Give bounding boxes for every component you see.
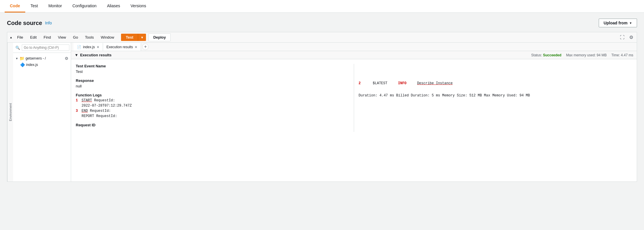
folder-icon: 📁 xyxy=(19,56,24,61)
tab-test[interactable]: Test xyxy=(25,0,43,12)
function-logs-field: Function Logs 1 START RequestId: 2022-07… xyxy=(76,93,349,118)
find-menu[interactable]: Find xyxy=(41,34,53,41)
log-num-1: 1 xyxy=(76,98,79,103)
status-label: Status: Succeeded xyxy=(531,53,561,57)
log-text-3: END RequestId: xyxy=(82,109,111,113)
deploy-button[interactable]: Deploy xyxy=(148,33,171,41)
editor-toolbar: ▲ File Edit Find View Go Tools Window Te… xyxy=(7,32,637,42)
file-icon: 🔷 xyxy=(20,62,25,67)
file-search-bar: 🔍 xyxy=(13,43,71,53)
tab-monitor[interactable]: Monitor xyxy=(43,0,67,12)
go-menu[interactable]: Go xyxy=(71,34,80,41)
tab-results-label: Execution results xyxy=(107,45,133,49)
tab-configuration[interactable]: Configuration xyxy=(67,0,102,12)
execution-results: ▼ Execution results Status: Succeeded Ma… xyxy=(71,51,637,182)
tab-indexjs-close[interactable]: ✕ xyxy=(97,45,99,49)
memory-used-label: Max memory used: 94 MB xyxy=(566,53,607,57)
time-label: Time: 4.47 ms xyxy=(611,53,633,57)
test-event-name-label: Test Event Name xyxy=(76,64,349,68)
request-id-label: Request ID xyxy=(76,123,349,127)
code-pane: 📄 index.js ✕ Execution results ✕ + ▼ Exe… xyxy=(71,43,637,182)
log-duration-text: Duration: 4.47 ms Billed Duration: 5 ms … xyxy=(359,94,530,98)
test-button[interactable]: Test xyxy=(121,34,138,41)
tab-file-icon: 📄 xyxy=(77,45,81,49)
file-explorer: 🔍 ▼ 📁 getservers - / ⚙ 🔷 index.js xyxy=(13,43,71,182)
code-source-title: Code source Info xyxy=(7,20,52,26)
log-info-2: INFO xyxy=(398,81,407,85)
exec-right-panel: 2 $LATEST INFO Describe Instance xyxy=(354,64,632,132)
fullscreen-icon[interactable]: ⛶ xyxy=(619,33,626,41)
test-button-group: Test ▼ xyxy=(121,34,146,41)
edit-menu[interactable]: Edit xyxy=(28,34,39,41)
folder-triangle-icon: ▼ xyxy=(15,57,18,60)
log-line-3: 3 END RequestId: xyxy=(76,109,349,113)
test-event-name-value: Test xyxy=(76,69,349,74)
search-input[interactable] xyxy=(22,44,69,51)
folder-item-getservers[interactable]: ▼ 📁 getservers - / ⚙ xyxy=(13,55,71,62)
add-tab-button[interactable]: + xyxy=(142,44,149,50)
collapse-arrow[interactable]: ▲ xyxy=(10,36,12,39)
function-logs-label: Function Logs xyxy=(76,93,349,97)
tab-aliases[interactable]: Aliases xyxy=(102,0,125,12)
log-text-2: $LATEST xyxy=(365,81,396,85)
log-report-text: REPORT RequestId: xyxy=(82,114,117,118)
log-num-2: 2 xyxy=(359,81,362,85)
tab-execution-results[interactable]: Execution results ✕ xyxy=(103,43,141,51)
log-duration: Duration: 4.47 ms Billed Duration: 5 ms … xyxy=(359,94,632,98)
response-label: Response xyxy=(76,78,349,83)
tab-indexjs-label: index.js xyxy=(83,45,95,49)
tab-code[interactable]: Code xyxy=(5,0,25,12)
log-describe-2: Describe Instance xyxy=(409,81,452,85)
search-icon: 🔍 xyxy=(15,46,20,50)
response-field: Response null xyxy=(76,78,349,88)
log-line-report: REPORT RequestId: xyxy=(82,114,349,118)
file-name: index.js xyxy=(26,63,38,67)
tab-indexjs[interactable]: 📄 index.js ✕ xyxy=(73,43,103,51)
test-event-name-field: Test Event Name Test xyxy=(76,64,349,74)
exec-content: Test Event Name Test Response null Funct… xyxy=(71,59,637,136)
window-menu[interactable]: Window xyxy=(98,34,116,41)
upload-dropdown-arrow: ▼ xyxy=(629,21,632,25)
exec-results-title[interactable]: ▼ Execution results xyxy=(75,53,111,57)
file-item-indexjs[interactable]: 🔷 index.js xyxy=(13,62,71,68)
tab-results-close[interactable]: ✕ xyxy=(135,45,137,49)
response-value: null xyxy=(76,84,349,88)
upload-from-button[interactable]: Upload from ▼ xyxy=(599,19,637,27)
page-title: Code source xyxy=(7,20,42,26)
tab-versions[interactable]: Versions xyxy=(125,0,151,12)
settings-icon[interactable]: ⚙ xyxy=(628,33,634,41)
status-value: Succeeded xyxy=(543,53,561,57)
code-source-header: Code source Info Upload from ▼ xyxy=(7,19,637,27)
exec-results-header: ▼ Execution results Status: Succeeded Ma… xyxy=(71,51,637,59)
exec-results-label: Execution results xyxy=(80,53,111,57)
log-date-1: 2022-07-28T07:12:29.747Z xyxy=(82,104,132,108)
file-tree: ▼ 📁 getservers - / ⚙ 🔷 index.js xyxy=(13,53,71,70)
folder-name: getservers - / xyxy=(26,56,46,60)
editor-area: Environment 🔍 ▼ 📁 getservers - / ⚙ 🔷 ind… xyxy=(7,42,637,182)
editor-tabs: 📄 index.js ✕ Execution results ✕ + xyxy=(71,43,637,51)
exec-status-bar: Status: Succeeded Max memory used: 94 MB… xyxy=(531,53,633,57)
log-text-1: START RequestId: xyxy=(82,98,115,103)
log-line-2: 2 $LATEST INFO Describe Instance xyxy=(359,81,632,85)
tools-menu[interactable]: Tools xyxy=(83,34,96,41)
exec-results-triangle: ▼ xyxy=(75,53,78,57)
environment-sidebar[interactable]: Environment xyxy=(7,43,13,182)
request-id-field: Request ID xyxy=(76,123,349,127)
toolbar-right: ⛶ ⚙ xyxy=(619,33,634,41)
info-link[interactable]: Info xyxy=(45,21,52,25)
top-nav: Code Test Monitor Configuration Aliases … xyxy=(0,0,644,13)
view-menu[interactable]: View xyxy=(56,34,68,41)
page-container: Code source Info Upload from ▼ ▲ File Ed… xyxy=(0,13,644,188)
log-line-1: 1 START RequestId: xyxy=(76,98,349,103)
log-line-1b: 2022-07-28T07:12:29.747Z xyxy=(82,104,349,108)
exec-left-panel: Test Event Name Test Response null Funct… xyxy=(76,64,354,132)
file-menu[interactable]: File xyxy=(15,34,26,41)
folder-gear-icon[interactable]: ⚙ xyxy=(65,56,68,61)
test-dropdown-button[interactable]: ▼ xyxy=(138,34,146,41)
log-num-3: 3 xyxy=(76,109,79,113)
